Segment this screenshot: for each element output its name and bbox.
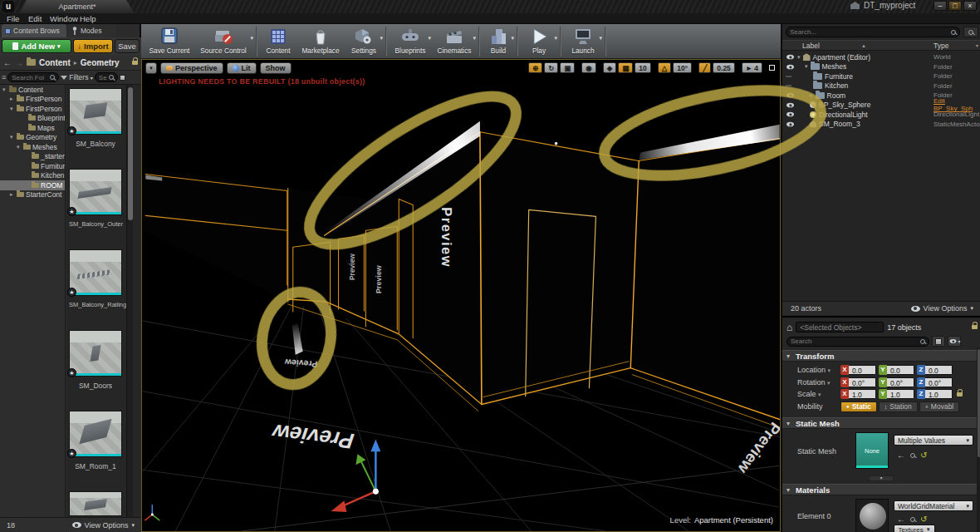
asset-sm-balcony-railing[interactable]: ★ SM_Balcony_Railing [69, 249, 122, 308]
tree-item-starter[interactable]: _starter [0, 152, 65, 162]
scale-tool-button[interactable]: ▣ [560, 62, 575, 73]
outliner-row-meshes[interactable]: ▾ MeshesFolder [782, 62, 980, 72]
launch-button[interactable]: ▾ Launch [563, 25, 603, 58]
outliner-row-sm-room-3[interactable]: SM_Room_3StaticMeshActor [782, 120, 980, 130]
view-options-button[interactable]: View Options ▾ [72, 521, 135, 530]
nav-back-icon[interactable]: ← [3, 58, 12, 67]
textures-button[interactable]: Textures▼ [894, 525, 935, 532]
build-button[interactable]: ▾ Build [482, 25, 515, 58]
caret-down-icon[interactable]: ▾ [976, 41, 978, 52]
asset-sm-balcony-outer[interactable]: ★ SM_Balcony_Outer [69, 169, 122, 228]
grid-snap-value[interactable]: 10 [635, 62, 650, 73]
visibility-eye-icon[interactable] [786, 102, 794, 107]
breadcrumb-geometry[interactable]: Geometry [81, 58, 120, 67]
rotation-label[interactable]: Rotation ▾ [782, 378, 840, 387]
visibility-eye-icon[interactable] [786, 121, 794, 126]
tree-item-firstperson2[interactable]: ▾FirstPerson [0, 104, 65, 114]
tab-content-browser[interactable]: Content Brows [2, 24, 66, 37]
scale-lock-icon[interactable] [957, 392, 963, 397]
maximize-button[interactable]: □ [948, 1, 962, 11]
menu-file[interactable]: File [2, 13, 24, 24]
details-lock-icon[interactable] [972, 325, 978, 329]
viewport-options-button[interactable]: ▾ [145, 62, 157, 74]
outliner-row-directional-light[interactable]: DirectionalLightDirectionalLight [782, 110, 980, 120]
tree-item-geometry[interactable]: ▾Geometry [0, 133, 65, 143]
scale-x-field[interactable]: 1.0 [849, 389, 876, 399]
mobility-static-button[interactable]: ●Static [840, 401, 877, 412]
scrollbar-thumb[interactable] [128, 87, 133, 220]
rotate-tool-button[interactable]: ↻ [544, 62, 558, 73]
mobility-stationary-button[interactable]: ↕Station [879, 401, 918, 412]
visibility-eye-icon[interactable] [786, 64, 794, 69]
sources-toggle-icon[interactable]: ≡ [2, 73, 6, 81]
use-selected-icon[interactable]: ← [897, 515, 905, 524]
details-search-input[interactable]: Search [786, 337, 929, 347]
selected-objects-field[interactable]: <Selected Objects> [796, 322, 884, 332]
filters-button[interactable]: Filters ▾ [69, 73, 93, 81]
outliner-row-apartment[interactable]: ▾ Apartment (Editor)World [782, 52, 980, 62]
add-new-button[interactable]: Add New ▾ [2, 39, 71, 53]
home-icon[interactable]: ⌂ [786, 322, 792, 333]
reset-icon[interactable]: ↺ [920, 451, 927, 460]
save-search-icon[interactable] [120, 75, 125, 81]
perspective-button[interactable]: Perspective [160, 62, 223, 74]
play-button[interactable]: ▾ Play [520, 25, 558, 58]
tree-item-content[interactable]: ▾Content [0, 85, 65, 95]
visibility-eye-icon[interactable] [786, 112, 794, 117]
scale-z-field[interactable]: 1.0 [925, 389, 953, 399]
scale-y-field[interactable]: 1.0 [887, 389, 914, 399]
content-button[interactable]: Content [259, 25, 297, 58]
rotation-z-field[interactable]: 0.0° [925, 377, 953, 387]
search-assets-input[interactable]: Se [95, 72, 118, 82]
visibility-dash-icon[interactable] [786, 85, 791, 86]
use-selected-icon[interactable]: ← [897, 451, 905, 460]
asset-partial[interactable] [69, 491, 122, 516]
import-button[interactable]: ↓ Import [73, 39, 113, 53]
mobility-movable-button[interactable]: +Movabl [919, 401, 960, 412]
section-transform[interactable]: ▾Transform [782, 350, 980, 362]
expand-section-button[interactable]: ▾ [869, 475, 894, 481]
angle-snap-toggle[interactable]: △ [658, 62, 672, 73]
source-control-button[interactable]: ▾ Source Control [193, 25, 254, 58]
tree-item-meshes[interactable]: ▾Meshes [0, 142, 65, 152]
tree-item-firstperson[interactable]: ▸FirstPerson [0, 95, 65, 105]
outliner-search-input[interactable]: Search... [786, 27, 960, 37]
save-assets-button[interactable]: Save [115, 39, 140, 53]
details-scrollbar[interactable] [977, 347, 980, 532]
browse-icon[interactable] [910, 453, 915, 458]
outliner-search-options-button[interactable] [963, 27, 978, 37]
static-mesh-dropdown[interactable]: Multiple Values▾ [894, 435, 973, 446]
column-type[interactable]: Type [933, 41, 948, 52]
material-dropdown[interactable]: WorldGridMaterial▾ [894, 500, 973, 511]
tree-item-furniture[interactable]: Furnitur [0, 161, 65, 171]
camera-speed-button[interactable]: ►4 [742, 62, 762, 73]
viewport[interactable]: Preview Preview Preview Preview Preview … [141, 59, 781, 532]
location-y-field[interactable]: 0.0 [887, 365, 914, 375]
visibility-eye-icon[interactable] [786, 93, 794, 98]
tab-modes[interactable]: Modes [68, 24, 116, 37]
rotation-y-field[interactable]: 0.0° [887, 377, 914, 387]
tree-item-startercontent[interactable]: ▸StarterCont [0, 190, 65, 200]
scale-snap-value[interactable]: 0.25 [713, 62, 735, 73]
close-button[interactable]: × [963, 1, 977, 11]
property-matrix-button[interactable] [932, 336, 945, 347]
level-title-tab[interactable]: Apartment* [20, 0, 135, 13]
search-folders-input[interactable]: Search Fol [7, 72, 59, 82]
menu-help[interactable]: Help [75, 13, 101, 24]
tree-item-blueprints[interactable]: Blueprints [0, 114, 65, 124]
minimize-button[interactable]: – [933, 1, 947, 11]
location-label[interactable]: Location ▾ [782, 366, 840, 374]
visibility-eye-icon[interactable] [786, 55, 794, 60]
settings-button[interactable]: ▾ Settings [344, 25, 384, 58]
visibility-dash-icon[interactable] [786, 76, 791, 77]
asset-sm-balcony[interactable]: ★ SM_Balcony [69, 88, 122, 148]
static-mesh-thumbnail[interactable]: None [855, 432, 889, 469]
rotation-x-field[interactable]: 0.0° [849, 377, 876, 387]
menu-edit[interactable]: Edit [23, 13, 47, 24]
marketplace-button[interactable]: Marketplace [297, 25, 344, 58]
lock-icon[interactable] [132, 61, 138, 65]
section-static-mesh[interactable]: ▾Static Mesh [782, 417, 980, 429]
move-tool-button[interactable]: ⊕ [528, 62, 542, 73]
tree-item-room-selected[interactable]: ROOM [0, 180, 65, 190]
show-button[interactable]: Show [260, 62, 292, 74]
